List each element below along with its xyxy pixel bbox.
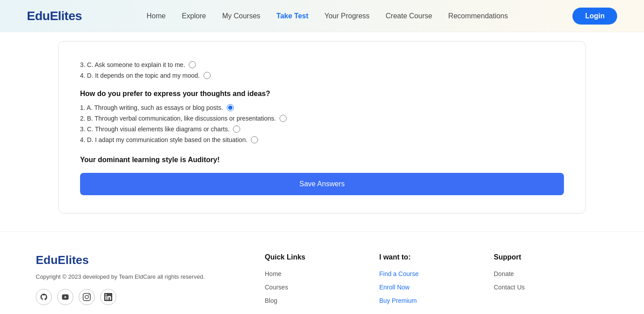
prev-option-d-radio[interactable] (203, 72, 211, 79)
q2-option-a-label: 1. A. Through writing, such as essays or… (80, 104, 223, 111)
footer-link-home[interactable]: Home (265, 270, 379, 277)
q2-option-b: 2. B. Through verbal communication, like… (80, 115, 564, 122)
footer-link-blog[interactable]: Blog (265, 297, 379, 304)
footer-i-want-to: I want to: Find a Course Enroll Now Buy … (379, 253, 494, 310)
q2-option-a-radio[interactable] (227, 104, 234, 111)
prev-option-d-label: 4. D. It depends on the topic and my moo… (80, 72, 200, 79)
support-title: Support (494, 253, 608, 261)
q2-option-c: 3. C. Through visual elements like diagr… (80, 126, 564, 133)
quick-links-title: Quick Links (265, 253, 379, 261)
footer-link-courses[interactable]: Courses (265, 284, 379, 291)
footer-support: Support Donate Contact Us (494, 253, 608, 310)
login-button[interactable]: Login (572, 8, 617, 25)
nav-take-test[interactable]: Take Test (276, 12, 308, 20)
instagram-icon[interactable] (79, 289, 95, 305)
header: EduElites Home Explore My Courses Take T… (0, 0, 644, 32)
nav-explore[interactable]: Explore (182, 12, 206, 20)
save-answers-button[interactable]: Save Answers (80, 173, 564, 195)
nav-your-progress[interactable]: Your Progress (325, 12, 370, 20)
q2-option-d-label: 4. D. I adapt my communication style bas… (80, 136, 247, 143)
main-content: 3. C. Ask someone to explain it to me. 4… (31, 32, 613, 231)
youtube-icon[interactable] (57, 289, 73, 305)
prev-option-c-radio[interactable] (189, 61, 196, 68)
q2-option-b-radio[interactable] (280, 115, 287, 122)
i-want-to-title: I want to: (379, 253, 494, 261)
nav: Home Explore My Courses Take Test Your P… (147, 12, 508, 20)
q2-option-c-label: 3. C. Through visual elements like diagr… (80, 126, 229, 133)
footer-quick-links: Quick Links Home Courses Blog (265, 253, 379, 310)
q2-option-d-radio[interactable] (251, 136, 258, 143)
footer-link-find-course[interactable]: Find a Course (379, 270, 494, 277)
footer-link-buy-premium[interactable]: Buy Premium (379, 297, 494, 304)
linkedin-icon[interactable] (100, 289, 116, 305)
github-icon[interactable] (36, 289, 52, 305)
q2-option-d: 4. D. I adapt my communication style bas… (80, 136, 564, 143)
nav-recommendations[interactable]: Recommendations (448, 12, 508, 20)
footer: EduElites Copyright © 2023 developed by … (0, 231, 644, 314)
nav-home[interactable]: Home (147, 12, 166, 20)
quiz-card: 3. C. Ask someone to explain it to me. 4… (58, 41, 586, 214)
prev-option-c-label: 3. C. Ask someone to explain it to me. (80, 61, 185, 68)
question2-text: How do you prefer to express your though… (80, 90, 564, 98)
footer-link-contact-us[interactable]: Contact Us (494, 284, 608, 291)
question2-options: 1. A. Through writing, such as essays or… (80, 104, 564, 143)
logo: EduElites (27, 9, 82, 23)
social-icons (36, 289, 265, 305)
prev-option-d: 4. D. It depends on the topic and my moo… (80, 72, 564, 79)
prev-option-c: 3. C. Ask someone to explain it to me. (80, 61, 564, 68)
previous-options: 3. C. Ask someone to explain it to me. 4… (80, 61, 564, 79)
result-text: Your dominant learning style is Auditory… (80, 156, 564, 164)
footer-logo: EduElites (36, 253, 265, 267)
nav-my-courses[interactable]: My Courses (222, 12, 260, 20)
q2-option-c-radio[interactable] (233, 126, 240, 133)
footer-link-donate[interactable]: Donate (494, 270, 608, 277)
footer-copyright: Copyright © 2023 developed by Team EldCa… (36, 273, 265, 280)
footer-brand: EduElites Copyright © 2023 developed by … (36, 253, 265, 310)
nav-create-course[interactable]: Create Course (386, 12, 432, 20)
footer-link-enroll-now[interactable]: Enroll Now (379, 284, 494, 291)
q2-option-a: 1. A. Through writing, such as essays or… (80, 104, 564, 111)
q2-option-b-label: 2. B. Through verbal communication, like… (80, 115, 276, 122)
